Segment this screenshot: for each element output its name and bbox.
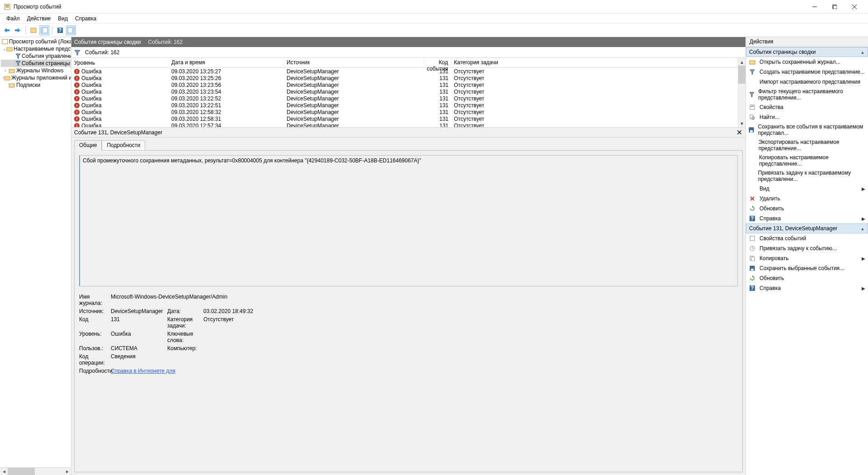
action-copy-view[interactable]: Копировать настраиваемое представление..… bbox=[746, 153, 868, 168]
table-row[interactable]: !Ошибка09.03.2020 12:58:31DeviceSetupMan… bbox=[71, 115, 738, 122]
error-icon: ! bbox=[74, 123, 80, 128]
action-open-saved-log[interactable]: Открыть сохраненный журнал... bbox=[746, 57, 868, 67]
collapse-icon[interactable]: ⌄ bbox=[3, 47, 6, 51]
action-import-view[interactable]: Импорт настраиваемого представления bbox=[746, 77, 868, 87]
tree-label: Просмотр событий (Локальны bbox=[9, 38, 71, 45]
details-link[interactable]: Справка в Интернете для bbox=[111, 368, 312, 374]
table-row[interactable]: !Ошибка09.03.2020 13:23:56DeviceSetupMan… bbox=[71, 81, 738, 88]
help-button[interactable]: ? bbox=[55, 25, 65, 35]
tree-windows-logs[interactable]: › Журналы Windows bbox=[1, 67, 71, 74]
id-cell: 131 bbox=[424, 95, 451, 102]
scroll-thumb[interactable] bbox=[8, 468, 35, 475]
collapse-icon[interactable]: ▲ bbox=[860, 226, 865, 231]
actions-title: Действия bbox=[746, 37, 868, 47]
cat-cell: Отсутствует bbox=[451, 116, 738, 122]
source-cell: DeviceSetupManager bbox=[284, 68, 424, 75]
col-date[interactable]: Дата и время bbox=[169, 58, 284, 67]
back-button[interactable] bbox=[2, 25, 12, 35]
tree-custom-views[interactable]: ⌄ Настраиваемые представле bbox=[1, 45, 71, 52]
date-cell: 09.03.2020 13:22:52 bbox=[169, 95, 284, 102]
table-row[interactable]: !Ошибка09.03.2020 13:22:51DeviceSetupMan… bbox=[71, 102, 738, 109]
save-icon bbox=[749, 265, 756, 272]
expand-icon[interactable]: › bbox=[3, 68, 8, 73]
table-row[interactable]: !Ошибка09.03.2020 13:22:52DeviceSetupMan… bbox=[71, 95, 738, 102]
action-save-all[interactable]: Сохранить все события в настраиваемом пр… bbox=[746, 122, 868, 138]
action-attach-task-event[interactable]: Привязать задачу к событию... bbox=[746, 243, 868, 253]
action-save-selected[interactable]: Сохранить выбранные события... bbox=[746, 263, 868, 273]
scroll-down-icon[interactable]: ▾ bbox=[738, 119, 745, 127]
action-view[interactable]: Вид▶ bbox=[746, 184, 868, 194]
svg-rect-49 bbox=[751, 257, 755, 261]
filter-icon bbox=[74, 49, 80, 56]
date-cell: 09.03.2020 12:58:32 bbox=[169, 109, 284, 115]
col-level[interactable]: Уровень bbox=[71, 58, 169, 67]
action-help[interactable]: ?Справка▶ bbox=[746, 214, 868, 223]
action-copy[interactable]: Копировать▶ bbox=[746, 253, 868, 263]
action-properties[interactable]: Свойства bbox=[746, 102, 868, 112]
computer-label: Компьютер: bbox=[167, 345, 203, 352]
actions-pane-button[interactable] bbox=[66, 25, 76, 35]
cat-cell: Отсутствует bbox=[451, 89, 738, 95]
event-list: Уровень Дата и время Источник Код событи… bbox=[71, 58, 745, 128]
close-detail-button[interactable] bbox=[736, 129, 743, 136]
scroll-left-icon[interactable]: ◂ bbox=[0, 468, 8, 475]
filter-icon bbox=[749, 68, 756, 76]
table-row[interactable]: !Ошибка09.03.2020 13:23:54DeviceSetupMan… bbox=[71, 88, 738, 95]
action-attach-task-view[interactable]: Привязать задачу к настраиваемому предст… bbox=[746, 168, 868, 184]
blank-icon bbox=[749, 172, 755, 180]
scroll-thumb[interactable] bbox=[738, 66, 745, 84]
scroll-track[interactable] bbox=[738, 66, 745, 119]
action-delete[interactable]: Удалить bbox=[746, 194, 868, 204]
action-refresh-2[interactable]: Обновить bbox=[746, 273, 868, 283]
action-event-properties[interactable]: Свойства событий bbox=[746, 233, 868, 243]
show-hide-tree-button[interactable] bbox=[28, 25, 38, 35]
actions-section-1[interactable]: События страницы сводки ▲ bbox=[746, 47, 868, 57]
id-cell: 131 bbox=[424, 89, 451, 95]
minimize-button[interactable] bbox=[805, 0, 825, 13]
action-find[interactable]: Найти... bbox=[746, 112, 868, 122]
action-help-2[interactable]: ?Справка▶ bbox=[746, 283, 868, 293]
tree-admin-events[interactable]: События управления bbox=[1, 52, 71, 60]
preview-pane-button[interactable] bbox=[39, 25, 49, 35]
forward-button[interactable] bbox=[13, 25, 23, 35]
action-export-view[interactable]: Экспортировать настраиваемое представлен… bbox=[746, 138, 868, 153]
scroll-up-icon[interactable]: ▴ bbox=[738, 58, 745, 66]
tree-root[interactable]: Просмотр событий (Локальны bbox=[1, 38, 71, 45]
event-header: Уровень Дата и время Источник Код событи… bbox=[71, 58, 738, 68]
collapse-icon[interactable]: ▲ bbox=[860, 50, 865, 55]
menu-file[interactable]: Файл bbox=[3, 14, 24, 23]
cat-cell: Отсутствует bbox=[451, 102, 738, 109]
scroll-right-icon[interactable]: ▸ bbox=[63, 468, 71, 475]
center-title: События страницы сводки bbox=[74, 39, 141, 45]
menu-view[interactable]: Вид bbox=[54, 14, 71, 23]
tab-details[interactable]: Подробности bbox=[102, 140, 145, 150]
event-vscrollbar[interactable]: ▴ ▾ bbox=[738, 58, 745, 127]
action-create-view[interactable]: Создать настраиваемое представление... bbox=[746, 67, 868, 77]
action-filter-view[interactable]: Фильтр текущего настраиваемого представл… bbox=[746, 87, 868, 102]
source-label: Источник: bbox=[79, 308, 111, 314]
tab-general[interactable]: Общие bbox=[74, 140, 102, 151]
close-button[interactable] bbox=[844, 0, 864, 13]
table-row[interactable]: !Ошибка09.03.2020 13:25:27DeviceSetupMan… bbox=[71, 68, 738, 75]
scroll-track[interactable] bbox=[8, 468, 63, 475]
col-id[interactable]: Код события bbox=[424, 58, 451, 67]
tree-subscriptions[interactable]: Подписки bbox=[1, 81, 71, 89]
tree-hscrollbar[interactable]: ◂ ▸ bbox=[0, 467, 71, 475]
maximize-button[interactable] bbox=[825, 0, 844, 13]
actions-section-2[interactable]: Событие 131, DeviceSetupManager ▲ bbox=[746, 223, 868, 233]
table-row[interactable]: !Ошибка09.03.2020 13:25:26DeviceSetupMan… bbox=[71, 75, 738, 81]
log-name-value: Microsoft-Windows-DeviceSetupManager/Adm… bbox=[111, 294, 312, 306]
menu-action[interactable]: Действие bbox=[24, 14, 55, 23]
tree-summary-events[interactable]: События страницы сво bbox=[1, 60, 71, 67]
svg-rect-34 bbox=[751, 106, 754, 107]
table-row[interactable]: !Ошибка09.03.2020 12:57:34DeviceSetupMan… bbox=[71, 122, 738, 127]
col-category[interactable]: Категория задачи bbox=[451, 58, 738, 67]
toolbar: ? bbox=[0, 24, 868, 37]
table-row[interactable]: !Ошибка09.03.2020 12:58:32DeviceSetupMan… bbox=[71, 109, 738, 115]
detail-header: Событие 131, DeviceSetupManager bbox=[71, 128, 745, 138]
col-source[interactable]: Источник bbox=[284, 58, 424, 67]
menu-help[interactable]: Справка bbox=[71, 14, 100, 23]
level-label: Уровень: bbox=[79, 331, 111, 343]
action-refresh[interactable]: Обновить bbox=[746, 204, 868, 214]
tree-app-logs[interactable]: › Журналы приложений и сл bbox=[1, 74, 71, 81]
